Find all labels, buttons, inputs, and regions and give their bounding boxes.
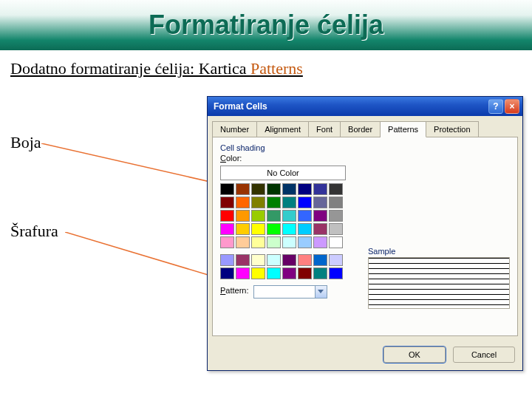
- color-swatch[interactable]: [236, 267, 250, 279]
- color-swatch[interactable]: [220, 236, 234, 248]
- color-swatch[interactable]: [329, 197, 343, 208]
- color-swatch[interactable]: [313, 210, 327, 222]
- dropdown-button[interactable]: [315, 286, 327, 298]
- color-swatch[interactable]: [251, 210, 265, 222]
- tab-patterns[interactable]: Patterns: [381, 121, 426, 137]
- color-swatch[interactable]: [329, 267, 343, 279]
- help-button[interactable]: ?: [488, 99, 503, 114]
- pattern-dropdown[interactable]: [253, 285, 327, 299]
- color-swatch[interactable]: [220, 223, 234, 235]
- color-swatch[interactable]: [236, 236, 250, 248]
- tab-font[interactable]: Font: [309, 121, 341, 137]
- color-swatch[interactable]: [282, 183, 296, 195]
- color-swatch[interactable]: [313, 197, 327, 208]
- color-swatch[interactable]: [236, 197, 250, 208]
- color-swatch[interactable]: [251, 223, 265, 235]
- color-swatch[interactable]: [313, 236, 327, 248]
- color-swatch[interactable]: [298, 197, 312, 208]
- color-swatch[interactable]: [329, 254, 343, 266]
- button-row: OK Cancel: [208, 341, 522, 370]
- color-swatch[interactable]: [282, 210, 296, 222]
- color-swatch[interactable]: [329, 223, 343, 235]
- color-swatch[interactable]: [251, 254, 265, 266]
- close-button[interactable]: ×: [505, 99, 519, 114]
- color-swatch[interactable]: [236, 210, 250, 222]
- color-swatch[interactable]: [282, 267, 296, 279]
- color-swatch[interactable]: [298, 236, 312, 248]
- color-swatch[interactable]: [298, 210, 312, 222]
- group-cell-shading: Cell shading: [220, 143, 510, 152]
- color-swatch[interactable]: [251, 236, 265, 248]
- color-swatch[interactable]: [220, 210, 234, 222]
- color-swatch[interactable]: [267, 183, 281, 195]
- sample-preview: [368, 257, 510, 309]
- color-palette-main: [220, 183, 510, 248]
- color-swatch[interactable]: [267, 197, 281, 208]
- dialog-title: Format Cells: [214, 101, 487, 112]
- color-swatch[interactable]: [251, 267, 265, 279]
- color-swatch[interactable]: [329, 210, 343, 222]
- color-swatch[interactable]: [329, 236, 343, 248]
- close-icon: ×: [509, 101, 514, 112]
- color-swatch[interactable]: [236, 254, 250, 266]
- tab-alignment[interactable]: Alignment: [257, 121, 309, 137]
- color-swatch[interactable]: [220, 183, 234, 195]
- color-swatch[interactable]: [282, 197, 296, 208]
- color-swatch[interactable]: [267, 254, 281, 266]
- titlebar[interactable]: Format Cells ? ×: [208, 97, 522, 116]
- color-swatch[interactable]: [251, 197, 265, 208]
- banner: Formatiranje ćelija: [0, 0, 532, 50]
- color-swatch[interactable]: [267, 223, 281, 235]
- sample-group: Sample: [368, 247, 510, 309]
- annotation-boja: Boja: [10, 133, 41, 152]
- color-swatch[interactable]: [298, 223, 312, 235]
- no-color-button[interactable]: No Color: [220, 166, 346, 180]
- tab-number[interactable]: Number: [212, 121, 257, 137]
- cancel-button[interactable]: Cancel: [453, 347, 515, 363]
- tab-protection[interactable]: Protection: [426, 121, 479, 137]
- subtitle: Dodatno formatiranje ćelija: Kartica Pat…: [0, 50, 532, 81]
- tab-border[interactable]: Border: [341, 121, 381, 137]
- color-swatch[interactable]: [220, 254, 234, 266]
- sample-label: Sample: [368, 247, 510, 256]
- color-swatch[interactable]: [313, 254, 327, 266]
- color-swatch[interactable]: [220, 197, 234, 208]
- color-swatch[interactable]: [267, 236, 281, 248]
- color-swatch[interactable]: [282, 236, 296, 248]
- ok-button[interactable]: OK: [383, 347, 446, 363]
- subtitle-keyword: Patterns: [250, 59, 303, 78]
- color-swatch[interactable]: [282, 223, 296, 235]
- subtitle-prefix: Dodatno formatiranje ćelija: Kartica: [10, 59, 250, 78]
- tabstrip: Number Alignment Font Border Patterns Pr…: [208, 116, 522, 137]
- format-cells-dialog: Format Cells ? × Number Alignment Font B…: [207, 96, 523, 371]
- color-swatch[interactable]: [282, 254, 296, 266]
- color-swatch[interactable]: [313, 267, 327, 279]
- color-swatch[interactable]: [220, 267, 234, 279]
- color-label: Color:: [220, 154, 242, 163]
- color-swatch[interactable]: [329, 183, 343, 195]
- color-swatch[interactable]: [313, 183, 327, 195]
- color-swatch[interactable]: [236, 183, 250, 195]
- annotation-srafura: Šrafura: [10, 222, 58, 241]
- color-swatch[interactable]: [298, 183, 312, 195]
- banner-title: Formatiranje ćelija: [149, 10, 383, 41]
- color-swatch[interactable]: [298, 254, 312, 266]
- tabpage-patterns: Cell shading Color: No Color Pattern: Sa…: [212, 137, 518, 336]
- color-swatch[interactable]: [267, 267, 281, 279]
- pattern-label: Pattern:: [220, 286, 249, 295]
- chevron-down-icon: [318, 290, 324, 294]
- color-swatch[interactable]: [267, 210, 281, 222]
- color-swatch[interactable]: [251, 183, 265, 195]
- help-icon: ?: [493, 101, 498, 112]
- color-swatch[interactable]: [313, 223, 327, 235]
- color-swatch[interactable]: [298, 267, 312, 279]
- color-swatch[interactable]: [236, 223, 250, 235]
